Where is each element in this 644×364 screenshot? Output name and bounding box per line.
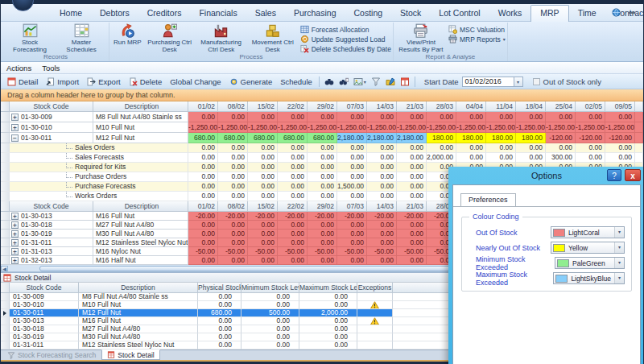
grid-row-01-30-010[interactable]: +01-30-010M10 Full Nut-1,250.00-1,250.00… bbox=[1, 122, 643, 133]
grid-row-01-30-011[interactable]: −01-30-011M12 Full Nut680.00680.00680.00… bbox=[1, 133, 643, 143]
column-header-22-02[interactable]: 22/02 bbox=[278, 101, 308, 112]
dialog-close-button[interactable]: x bbox=[625, 169, 641, 181]
group-by-bar[interactable]: Drag a column header here to group by th… bbox=[1, 89, 643, 101]
column-header-description[interactable]: Description bbox=[79, 283, 198, 293]
column-header-08-02[interactable]: 08/02 bbox=[218, 101, 248, 112]
ribbon-button-stock-forecasting[interactable]: Stock Forecasting bbox=[4, 23, 56, 53]
column-header-14-03[interactable]: 14/03 bbox=[367, 201, 397, 212]
column-header-description[interactable]: Description bbox=[93, 201, 188, 212]
column-header-stock-code[interactable]: Stock Code bbox=[10, 101, 93, 112]
column-header-physical-stock[interactable]: Physical Stock bbox=[198, 283, 242, 293]
colour-dropdown-maximum-stock-exceeded[interactable]: LightSkyBlue▾ bbox=[553, 272, 625, 284]
colour-dropdown-nearly-out-of-stock[interactable]: Yellow▾ bbox=[551, 242, 625, 254]
expand-icon[interactable]: + bbox=[11, 248, 19, 255]
bottom-tab-stock-forecasting-search[interactable]: Stock Forecasting Search bbox=[2, 350, 101, 360]
toolbar-button-delete[interactable]: Delete bbox=[125, 74, 166, 89]
column-header-07-03[interactable]: 07/03 bbox=[337, 101, 367, 112]
column-header-18-04[interactable]: 18/04 bbox=[516, 101, 546, 112]
toolbar-button-generate[interactable]: Generate bbox=[225, 74, 277, 89]
expand-icon[interactable]: + bbox=[11, 230, 19, 238]
column-header-02-05[interactable]: 02/05 bbox=[576, 101, 605, 112]
ribbon-button-purchasing-ctrl-desk[interactable]: Purchasing Ctrl Desk bbox=[144, 23, 196, 53]
toolbar-button-import[interactable]: Import bbox=[42, 74, 83, 89]
scroll-left-icon[interactable]: ◀ bbox=[1, 266, 8, 271]
expand-icon[interactable]: + bbox=[11, 114, 19, 121]
column-header-14-03[interactable]: 14/03 bbox=[367, 101, 397, 112]
column-header-stock-code[interactable]: Stock Code bbox=[10, 201, 93, 212]
bottom-tab-stock-detail[interactable]: Stock Detail bbox=[101, 350, 159, 360]
toolbar-button-detail[interactable]: Detail bbox=[3, 74, 42, 89]
column-header-21-03[interactable]: 21/03 bbox=[397, 101, 427, 112]
ribbon-button-view-print-results-by-part[interactable]: View/Print Results By Part bbox=[395, 23, 447, 53]
grid-row-01-30-009[interactable]: +01-30-009M8 Full Nut A4/80 Stainle ss0.… bbox=[1, 112, 643, 122]
tab-mrp[interactable]: MRP bbox=[530, 5, 568, 22]
column-header-15-02[interactable]: 15/02 bbox=[248, 101, 278, 112]
toolbar-find-button[interactable] bbox=[322, 77, 336, 86]
tab-preferences[interactable]: Preferences bbox=[460, 193, 516, 206]
column-header-01-02[interactable]: 01/02 bbox=[188, 201, 218, 212]
column-header-01-02[interactable]: 01/02 bbox=[188, 101, 218, 112]
column-header-29-02[interactable]: 29/02 bbox=[308, 101, 337, 112]
column-header-09-05[interactable]: 09/05 bbox=[605, 101, 635, 112]
column-header-description[interactable]: Description bbox=[93, 101, 188, 112]
toolbar-filter-button[interactable] bbox=[369, 77, 383, 86]
column-header-stock-code[interactable]: Stock Code bbox=[10, 283, 79, 293]
tab-purchasing[interactable]: Purchasing bbox=[285, 6, 345, 21]
ribbon-button-run-mrp[interactable]: Run MRP bbox=[111, 23, 144, 47]
toolbar-find-next-button[interactable] bbox=[336, 77, 351, 86]
ribbon-button-delete-schedules-by-date[interactable]: Delete Schedules By Date bbox=[300, 44, 391, 53]
column-header-28-03[interactable]: 28/03 bbox=[427, 101, 456, 112]
column-header-07-03[interactable]: 07/03 bbox=[337, 201, 367, 212]
options-dialog-titlebar[interactable]: Options ? x bbox=[448, 167, 644, 184]
date-dropdown-icon[interactable]: ▾ bbox=[514, 77, 523, 87]
colour-dropdown-minimum-stock-exceeded[interactable]: PaleGreen▾ bbox=[555, 257, 625, 269]
tab-home[interactable]: Home bbox=[51, 6, 91, 21]
ribbon-button-master-schedules[interactable]: Master Schedules bbox=[56, 23, 107, 53]
out-of-stock-checkbox[interactable] bbox=[533, 78, 540, 85]
column-header-04-04[interactable]: 04/04 bbox=[456, 101, 486, 112]
dialog-help-button[interactable]: ? bbox=[607, 169, 621, 181]
toolbar-layout-button[interactable] bbox=[398, 77, 412, 86]
start-date-input[interactable]: 01/02/2016 bbox=[462, 77, 514, 87]
column-header-15-02[interactable]: 15/02 bbox=[248, 201, 278, 212]
toolbar-button-schedule[interactable]: Schedule bbox=[276, 74, 316, 89]
menu-actions[interactable]: Actions bbox=[6, 64, 31, 72]
ribbon-button-mrp-reports[interactable]: MRP Reports▾ bbox=[448, 35, 506, 43]
collapse-icon[interactable]: − bbox=[11, 134, 19, 142]
ribbon-button-manufacturing-ctrl-desk[interactable]: Manufacturing Ctrl Desk bbox=[196, 23, 247, 53]
tab-costing[interactable]: Costing bbox=[345, 6, 391, 21]
column-header-maximum-stock-level[interactable]: Maximum Stock Level bbox=[299, 283, 357, 293]
column-header-29-02[interactable]: 29/02 bbox=[308, 201, 337, 212]
column-header-25-04[interactable]: 25/04 bbox=[546, 101, 576, 112]
tab-financials[interactable]: Financials bbox=[190, 6, 246, 21]
column-header-minimum-stock-level[interactable]: Minimum Stock Level bbox=[242, 283, 299, 293]
column-header-21-03[interactable]: 21/03 bbox=[397, 201, 427, 212]
expand-icon[interactable]: + bbox=[11, 257, 19, 264]
toolbar-export-image-button[interactable]: ▾ bbox=[351, 77, 369, 86]
tab-time[interactable]: Time bbox=[569, 6, 605, 21]
tab-lot-control[interactable]: Lot Control bbox=[430, 6, 489, 21]
colour-dropdown-out-of-stock[interactable]: LightCoral▾ bbox=[551, 226, 625, 238]
expand-icon[interactable]: + bbox=[11, 239, 19, 246]
ribbon-button-forecast-allocation[interactable]: Forecast Allocation bbox=[300, 25, 391, 34]
column-header-11-04[interactable]: 11/04 bbox=[486, 101, 516, 112]
tab-creditors[interactable]: Creditors bbox=[138, 6, 191, 21]
toolbar-button-export[interactable]: Export bbox=[83, 74, 124, 89]
column-header-22-02[interactable]: 22/02 bbox=[278, 201, 308, 212]
tab-stock[interactable]: Stock bbox=[391, 6, 430, 21]
ribbon-button-update-suggested-load[interactable]: Update Suggested Load bbox=[300, 35, 391, 43]
tab-works[interactable]: Works bbox=[489, 6, 531, 21]
ribbon-button-movement-ctrl-desk[interactable]: Movement Ctrl Desk bbox=[247, 23, 299, 53]
expand-icon[interactable]: + bbox=[11, 124, 19, 131]
menu-tools[interactable]: Tools bbox=[42, 64, 60, 72]
column-header-08-02[interactable]: 08/02 bbox=[218, 201, 248, 212]
grid-subrow-sales-forecasts[interactable]: Sales Forecasts0.000.000.000.000.000.000… bbox=[1, 153, 643, 163]
toolbar-button-global-change[interactable]: Global Change bbox=[166, 74, 225, 89]
toolbar-edit-filter-button[interactable] bbox=[383, 77, 398, 86]
minimize-icon[interactable] bbox=[627, 9, 637, 17]
expand-icon[interactable]: + bbox=[11, 213, 19, 220]
expand-icon[interactable]: + bbox=[11, 221, 19, 229]
ribbon-button-msc-valuation[interactable]: MSC Valuation bbox=[448, 25, 506, 34]
tab-sales[interactable]: Sales bbox=[246, 6, 285, 21]
grid-subrow-sales-orders[interactable]: Sales Orders0.000.000.000.000.000.000.00… bbox=[1, 143, 643, 153]
